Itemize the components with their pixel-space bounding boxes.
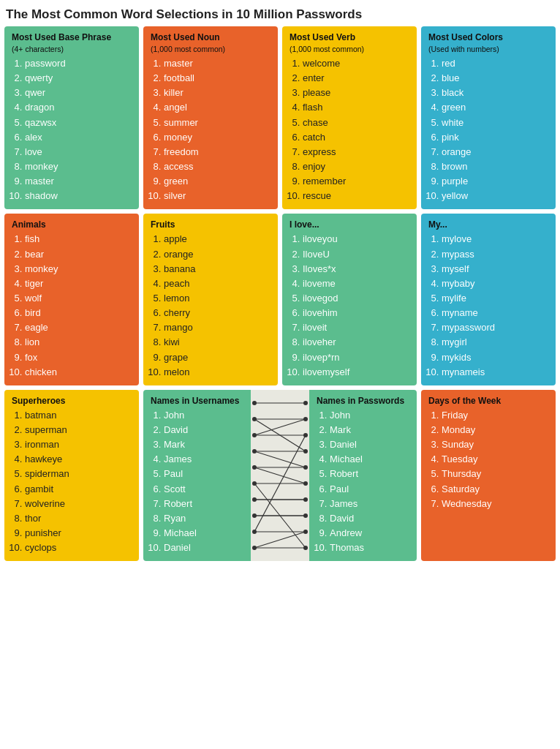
list-item: Ryan [164,511,243,526]
section-fruits: Fruits apple orange banana peach lemon c… [143,214,278,385]
list-item: John [164,408,243,423]
list-item: bear [25,247,132,262]
ilove-header: I love... [290,219,409,230]
section-my: My... mylove mypass myself mybaby mylife… [421,214,556,385]
noun-subheader: (1,000 most common) [151,45,270,53]
section-days: Days of the Week Friday Monday Sunday Tu… [421,390,556,561]
list-item: mylife [442,291,548,306]
list-item: Paul [164,467,243,481]
list-item: spiderman [25,467,132,481]
list-item: mybaby [442,276,548,291]
list-item: Daniel [330,437,409,452]
list-item: green [164,174,270,189]
list-item: money [164,130,270,145]
section-noun: Most Used Noun (1,000 most common) maste… [143,26,278,209]
list-item: angel [164,100,270,115]
list-item: fish [25,232,132,246]
list-item: fox [25,350,132,365]
list-item: IloveU [303,247,409,262]
list-item: superman [25,423,132,437]
list-item: master [164,56,270,71]
list-item: Andrew [330,526,409,541]
list-item: password [25,56,132,71]
list-item: wolverine [25,497,132,511]
svg-line-31 [254,419,306,435]
section-base-phrase: Most Used Base Phrase (4+ characters) pa… [4,26,139,209]
list-item: Thomas [330,541,409,555]
list-item: mylove [442,232,548,246]
list-item: access [164,159,270,174]
list-item: freedom [164,145,270,159]
list-item: dragon [25,100,132,115]
list-item: ilovemyself [303,365,409,380]
list-item: eagle [25,320,132,335]
list-item: lemon [164,291,270,306]
list-item: bird [25,306,132,320]
list-item: tiger [25,276,132,291]
days-list: Friday Monday Sunday Tuesday Thursday Sa… [428,408,548,511]
list-item: enter [303,71,409,86]
list-item: red [442,56,548,71]
list-item: shadow [25,189,132,203]
list-item: wolf [25,291,132,306]
names-passwords-list: John Mark Daniel Michael Robert Paul Jam… [317,408,409,555]
days-header: Days of the Week [428,396,548,406]
list-item: Daniel [164,541,243,555]
list-item: ilovegod [303,291,409,306]
list-item: Michael [330,452,409,467]
list-item: Paul [330,482,409,497]
animals-header: Animals [12,219,132,230]
svg-line-37 [254,532,306,548]
names-passwords: Names in Passwords John Mark Daniel Mich… [309,390,417,561]
list-item: mango [164,320,270,335]
noun-header: Most Used Noun [151,32,270,42]
list-item: pink [442,130,548,145]
list-item: summer [164,116,270,130]
names-usernames: Names in Usernames John David Mark James… [143,390,251,561]
list-item: killer [164,86,270,100]
section-ilove: I love... iloveyou IloveU Iloves*x ilove… [282,214,417,385]
list-item: Monday [442,423,548,437]
list-item: myself [442,262,548,276]
list-item: mypassword [442,320,548,335]
list-item: batman [25,408,132,423]
lines-svg [251,395,309,556]
list-item: catch [303,130,409,145]
list-item: blue [442,71,548,86]
list-item: Mark [164,437,243,452]
animals-list: fish bear monkey tiger wolf bird eagle l… [12,232,132,379]
base-phrase-list: password qwerty qwer dragon qazwsx alex … [12,56,132,203]
superheroes-list: batman superman ironman hawkeye spiderma… [12,408,132,555]
names-passwords-header: Names in Passwords [317,396,409,406]
list-item: John [330,408,409,423]
section-colors: Most Used Colors (Used with numbers) red… [421,26,556,209]
my-list: mylove mypass myself mybaby mylife mynam… [428,232,548,379]
section-animals: Animals fish bear monkey tiger wolf bird… [4,214,139,385]
list-item: peach [164,276,270,291]
verb-subheader: (1,000 most common) [290,45,409,53]
colors-subheader: (Used with numbers) [428,45,548,53]
list-item: gambit [25,482,132,497]
list-item: express [303,145,409,159]
list-item: banana [164,262,270,276]
svg-line-32 [254,451,306,467]
list-item: Michael [164,526,243,541]
fruits-header: Fruits [151,219,270,230]
list-item: black [442,86,548,100]
colors-header: Most Used Colors [428,32,548,42]
list-item: Sunday [442,437,548,452]
list-item: Thursday [442,467,548,481]
list-item: brown [442,159,548,174]
list-item: Tuesday [442,452,548,467]
list-item: Scott [164,482,243,497]
names-usernames-list: John David Mark James Paul Scott Robert … [151,408,243,555]
list-item: white [442,116,548,130]
section-verb: Most Used Verb (1,000 most common) welco… [282,26,417,209]
list-item: flash [303,100,409,115]
list-item: James [164,452,243,467]
base-phrase-header: Most Used Base Phrase [12,32,132,42]
list-item: silver [164,189,270,203]
list-item: David [330,511,409,526]
list-item: Robert [164,497,243,511]
list-item: iloveyou [303,232,409,246]
